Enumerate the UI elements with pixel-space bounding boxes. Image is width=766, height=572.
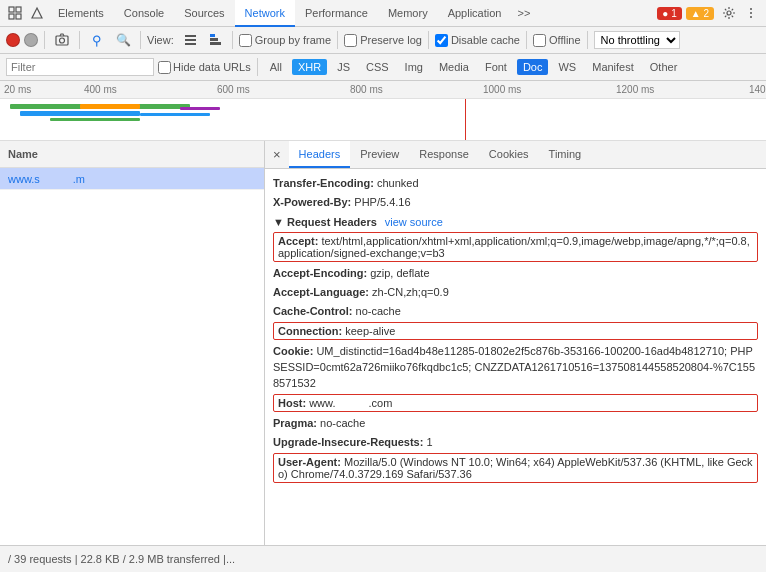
filter-img-button[interactable]: Img — [399, 59, 429, 75]
tab-performance[interactable]: Performance — [295, 0, 378, 27]
main-tab-bar: Elements Console Sources Network Perform… — [0, 0, 766, 27]
tab-headers[interactable]: Headers — [289, 141, 351, 168]
search-icon[interactable]: 🔍 — [115, 32, 131, 48]
svg-marker-4 — [32, 8, 42, 18]
disable-cache-label[interactable]: Disable cache — [435, 34, 520, 47]
view-list-button[interactable] — [180, 31, 201, 50]
hide-data-urls-checkbox[interactable] — [158, 61, 171, 74]
request-headers-title: ▼ Request Headers view source — [273, 216, 758, 228]
tab-application[interactable]: Application — [438, 0, 512, 27]
request-list: www.s .m — [0, 168, 264, 572]
warn-badge[interactable]: ▲ 2 — [686, 7, 714, 20]
devtools-icon2[interactable] — [29, 5, 45, 21]
svg-point-8 — [750, 16, 752, 18]
connection-header-box: Connection: keep-alive — [273, 322, 758, 340]
svg-rect-2 — [9, 14, 14, 19]
more-tabs-button[interactable]: >> — [511, 0, 536, 27]
accept-encoding-value: gzip, deflate — [370, 267, 429, 279]
upgrade-line: Upgrade-Insecure-Requests: 1 — [273, 434, 758, 450]
accept-key: Accept: — [278, 235, 318, 247]
accept-value: text/html,application/xhtml+xml,applicat… — [278, 235, 750, 259]
timeline-marker — [465, 99, 466, 141]
offline-checkbox[interactable] — [533, 34, 546, 47]
cache-control-value: no-cache — [356, 305, 401, 317]
tab-memory[interactable]: Memory — [378, 0, 438, 27]
settings-icon[interactable] — [721, 5, 737, 21]
upgrade-value: 1 — [426, 436, 432, 448]
svg-point-10 — [60, 38, 65, 43]
disable-cache-checkbox[interactable] — [435, 34, 448, 47]
tab-sources[interactable]: Sources — [174, 0, 234, 27]
tab-timing[interactable]: Timing — [539, 141, 592, 168]
svg-rect-3 — [16, 14, 21, 19]
cookie-key: Cookie: — [273, 345, 313, 357]
tab-elements[interactable]: Elements — [48, 0, 114, 27]
svg-rect-1 — [16, 7, 21, 12]
timeline-ruler: 20 ms 400 ms 600 ms 800 ms 1000 ms 1200 … — [0, 81, 766, 99]
filter-all-button[interactable]: All — [264, 59, 288, 75]
error-badge[interactable]: ● 1 — [657, 7, 681, 20]
tick-0: 20 ms — [0, 84, 80, 95]
svg-rect-15 — [210, 38, 218, 41]
svg-rect-9 — [56, 36, 68, 45]
tick-2: 600 ms — [213, 84, 346, 95]
tab-cookies[interactable]: Cookies — [479, 141, 539, 168]
filter-doc-button[interactable]: Doc — [517, 59, 549, 75]
filter-manifest-button[interactable]: Manifest — [586, 59, 640, 75]
hide-data-urls-label[interactable]: Hide data URLs — [158, 61, 251, 74]
accept-language-key: Accept-Language: — [273, 286, 369, 298]
filter-icon[interactable]: ⚲ — [89, 32, 105, 48]
timeline-bar-5 — [180, 107, 220, 110]
timeline-area: 20 ms 400 ms 600 ms 800 ms 1000 ms 1200 … — [0, 81, 766, 141]
transfer-encoding-val: chunked — [377, 177, 419, 189]
view-waterfall-button[interactable] — [205, 31, 226, 50]
close-detail-button[interactable]: × — [265, 141, 289, 168]
offline-label[interactable]: Offline — [533, 34, 581, 47]
filter-css-button[interactable]: CSS — [360, 59, 395, 75]
accept-encoding-key: Accept-Encoding: — [273, 267, 367, 279]
tab-response[interactable]: Response — [409, 141, 479, 168]
camera-icon[interactable] — [54, 32, 70, 48]
svg-point-6 — [750, 8, 752, 10]
filter-font-button[interactable]: Font — [479, 59, 513, 75]
devtools-icon1[interactable] — [7, 5, 23, 21]
view-source-link[interactable]: view source — [385, 216, 443, 228]
filter-input[interactable] — [6, 58, 154, 76]
preserve-log-checkbox[interactable] — [344, 34, 357, 47]
upgrade-key: Upgrade-Insecure-Requests: — [273, 436, 423, 448]
tab-preview[interactable]: Preview — [350, 141, 409, 168]
status-text: / 39 requests | 22.8 KB / 2.9 MB transfe… — [8, 553, 235, 565]
preserve-log-label[interactable]: Preserve log — [344, 34, 422, 47]
clear-button[interactable] — [24, 33, 38, 47]
throttle-select[interactable]: No throttling Fast 3G Slow 3G Offline — [594, 31, 680, 49]
record-button[interactable] — [6, 33, 20, 47]
tick-4: 1000 ms — [479, 84, 612, 95]
filter-other-button[interactable]: Other — [644, 59, 684, 75]
detail-panel: × Headers Preview Response Cookies Timin… — [265, 141, 766, 572]
filter-bar: Hide data URLs All XHR JS CSS Img Media … — [0, 54, 766, 81]
pragma-value: no-cache — [320, 417, 365, 429]
user-agent-value: Mozilla/5.0 (Windows NT 10.0; Win64; x64… — [278, 456, 753, 480]
timeline-bar-6 — [140, 113, 210, 116]
tab-console[interactable]: Console — [114, 0, 174, 27]
group-by-frame-label[interactable]: Group by frame — [239, 34, 331, 47]
group-by-frame-checkbox[interactable] — [239, 34, 252, 47]
filter-js-button[interactable]: JS — [331, 59, 356, 75]
connection-key: Connection: — [278, 325, 342, 337]
tab-network[interactable]: Network — [235, 0, 295, 27]
transfer-encoding-key: Transfer-Encoding: — [273, 177, 374, 189]
request-list-panel: Name www.s .m — [0, 141, 265, 572]
accept-language-value: zh-CN,zh;q=0.9 — [372, 286, 449, 298]
pragma-key: Pragma: — [273, 417, 317, 429]
filter-ws-button[interactable]: WS — [552, 59, 582, 75]
tick-6: 1400 ms — [745, 84, 766, 95]
view-label: View: — [147, 34, 174, 46]
filter-xhr-button[interactable]: XHR — [292, 59, 327, 75]
request-item-0[interactable]: www.s .m — [0, 168, 264, 190]
svg-rect-0 — [9, 7, 14, 12]
timeline-bar-2 — [20, 111, 140, 116]
request-name-0: www.s .m — [8, 173, 85, 185]
more-options-icon[interactable] — [743, 5, 759, 21]
headers-content: Transfer-Encoding: chunked X-Powered-By:… — [265, 169, 766, 572]
filter-media-button[interactable]: Media — [433, 59, 475, 75]
